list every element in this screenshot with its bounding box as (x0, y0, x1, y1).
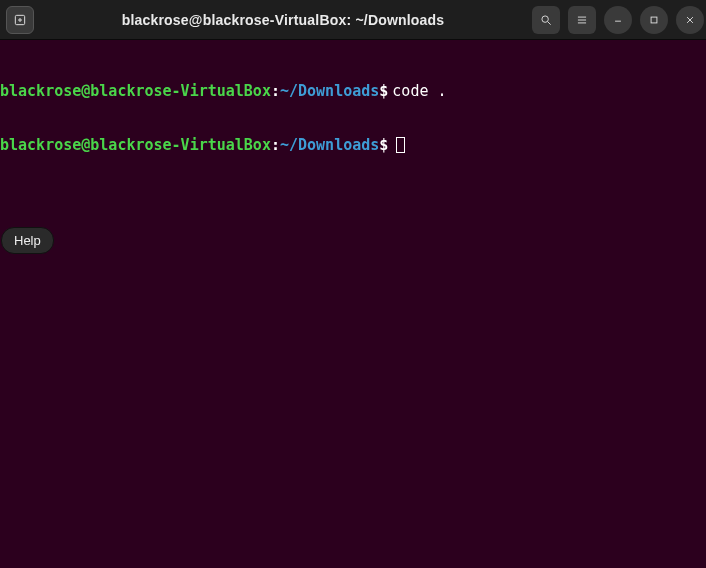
minimize-icon (611, 13, 625, 27)
close-icon (683, 13, 697, 27)
window-title: blackrose@blackrose-VirtualBox: ~/Downlo… (34, 12, 532, 28)
prompt-separator: : (271, 136, 280, 154)
prompt-user-host: blackrose@blackrose-VirtualBox (0, 136, 271, 154)
search-icon (539, 13, 553, 27)
maximize-button[interactable] (640, 6, 668, 34)
prompt-symbol: $ (379, 136, 388, 154)
terminal-line: blackrose@blackrose-VirtualBox:~/Downloa… (0, 136, 706, 154)
menu-button[interactable] (568, 6, 596, 34)
new-tab-icon (12, 12, 28, 28)
terminal-body[interactable]: blackrose@blackrose-VirtualBox:~/Downloa… (0, 40, 706, 172)
maximize-icon (647, 13, 661, 27)
svg-point-3 (542, 15, 548, 21)
svg-line-4 (548, 21, 551, 24)
search-button[interactable] (532, 6, 560, 34)
prompt-separator: : (271, 82, 280, 100)
titlebar-controls (532, 6, 700, 34)
prompt-symbol: $ (379, 82, 388, 100)
new-tab-button[interactable] (6, 6, 34, 34)
help-tooltip: Help (1, 227, 54, 254)
prompt-user-host: blackrose@blackrose-VirtualBox (0, 82, 271, 100)
cursor (396, 137, 405, 153)
minimize-button[interactable] (604, 6, 632, 34)
close-button[interactable] (676, 6, 704, 34)
terminal-line: blackrose@blackrose-VirtualBox:~/Downloa… (0, 82, 706, 100)
svg-rect-9 (651, 17, 657, 23)
prompt-cwd: ~/Downloads (280, 82, 379, 100)
title-bar: blackrose@blackrose-VirtualBox: ~/Downlo… (0, 0, 706, 40)
prompt-cwd: ~/Downloads (280, 136, 379, 154)
command-text: code . (392, 82, 446, 100)
hamburger-icon (575, 13, 589, 27)
